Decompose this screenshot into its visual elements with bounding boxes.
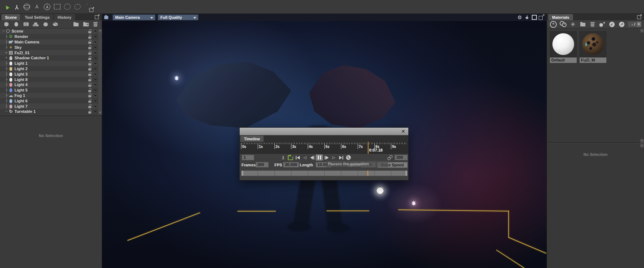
frames-input[interactable]: 300 [256,162,269,167]
transform-tool[interactable] [42,1,52,13]
expand-toggle[interactable]: + [4,55,9,60]
duplicate-material-button[interactable] [558,21,568,28]
lock-icon[interactable] [88,40,92,44]
expand-toggle[interactable]: ├ [4,98,9,103]
close-icon[interactable]: × [400,128,407,135]
lock-icon[interactable] [88,51,92,55]
assign-material-button[interactable] [597,21,607,28]
current-frame-input[interactable]: 1 [242,155,254,160]
expand-toggle[interactable]: ├ [4,66,9,71]
visibility-icon[interactable] [94,78,97,81]
save-material-button[interactable] [617,21,627,28]
load-material-button[interactable] [607,21,617,28]
materials-panel-popout-icon[interactable] [637,14,642,20]
new-folder-button[interactable] [71,21,81,28]
expand-toggle[interactable]: ├ [4,45,9,50]
visibility-icon[interactable] [94,52,97,54]
tree-item-light-3[interactable]: ├ Light 3 [0,71,102,77]
rotate-tool[interactable] [22,1,32,13]
camera-select-dropdown[interactable]: Main Camera [113,14,155,20]
light-gizmo-bulb-1[interactable] [173,75,180,82]
popout-view-button[interactable] [538,14,544,20]
tree-item-light-7[interactable]: ├ Light 7 [0,103,102,109]
lasso-select-tool[interactable] [72,1,83,13]
expand-toggle[interactable]: ├ [4,93,9,98]
quality-select-dropdown[interactable]: Full Quality [158,14,198,20]
tree-item-shadow-catcher-1[interactable]: + Shadow Catcher 1 [0,55,102,61]
tree-item-main-camera[interactable]: ├ Main Camera [0,39,102,45]
add-mesh-button[interactable] [1,21,11,28]
lock-icon[interactable] [88,35,92,39]
character-wing-left[interactable] [176,61,291,131]
lock-icon[interactable] [88,93,92,97]
materials-scroll-down-icon[interactable] [640,139,644,143]
tree-item-light-4[interactable]: ├ Light 4 [0,82,102,88]
lock-icon[interactable] [88,45,92,49]
visibility-icon[interactable] [94,41,97,43]
loop-playback-button[interactable] [287,154,294,161]
preview-size-increase-button[interactable]: + [636,22,641,27]
scene-tree-scrollbar[interactable] [98,29,102,115]
material-library-button[interactable] [568,21,578,28]
visibility-icon[interactable] [94,94,97,97]
tree-item-light-2[interactable]: ├ Light 2 [0,66,102,72]
material-card-default[interactable]: Default [550,31,577,63]
scrub-playhead[interactable] [367,171,368,176]
delete-material-button[interactable] [588,21,597,28]
material-card-fuzi-m[interactable]: FuZi_M [580,31,606,63]
materials-scroll-up-icon[interactable] [640,29,644,33]
timeline-ruler[interactable]: 0s1s2s3s4s5s6s7s8s9s 0:07.18 [240,142,408,154]
expand-toggle[interactable]: + [4,50,9,55]
visibility-icon[interactable] [94,62,97,64]
play-button[interactable] [330,154,337,161]
add-sky-button[interactable] [41,21,50,28]
visibility-icon[interactable] [94,46,97,48]
tree-item-sky[interactable]: ├ Sky [0,44,102,50]
ellipse-select-tool[interactable] [62,1,72,13]
skip-to-start-button[interactable] [294,154,301,161]
lock-icon[interactable] [88,56,92,60]
expand-toggle[interactable]: ├ [4,82,9,87]
expand-toggle[interactable]: ├ [4,39,9,44]
lock-icon[interactable] [88,61,92,65]
scene-panel-popout-icon[interactable] [94,14,100,20]
visibility-icon[interactable] [94,89,97,91]
fps-input[interactable]: 30.000 [283,162,299,167]
expand-toggle[interactable]: ├ [4,61,9,66]
lock-icon[interactable] [88,72,92,76]
maximize-view-button[interactable] [531,14,537,20]
tab-timeline[interactable]: Timeline [240,136,264,142]
new-group-button[interactable] [81,21,91,28]
light-gizmo-sun[interactable] [376,187,384,195]
scale-tool[interactable] [32,1,42,13]
light-gizmo-bulb-2[interactable] [410,200,417,207]
tab-tool-settings[interactable]: Tool Settings [21,14,53,20]
expand-toggle[interactable]: − [1,29,6,34]
lock-icon[interactable] [88,67,92,71]
new-material-folder-button[interactable] [578,21,588,28]
tree-item-light-5[interactable]: ├ Light 5 [0,88,102,93]
tree-item-light-6[interactable]: ├ Light 6 [0,98,102,103]
tree-item-light-8[interactable]: ├ Light 8 [0,77,102,82]
add-shadow-catcher-button[interactable] [31,21,41,28]
visibility-icon[interactable] [94,84,97,86]
step-back-button[interactable] [308,154,316,161]
lock-icon[interactable] [88,77,92,81]
tree-item-render[interactable]: ├ Render [0,34,102,39]
tree-item-light-1[interactable]: ├ Light 1 [0,61,102,66]
scroll-up-icon[interactable] [98,29,102,33]
lock-icon[interactable] [88,29,92,33]
expand-toggle[interactable]: ├ [4,104,9,109]
add-light-button[interactable] [11,21,21,28]
visibility-icon[interactable] [94,30,97,32]
cut-keys-button[interactable] [279,154,287,161]
preview-size-field[interactable]: - / + [628,21,641,27]
select-tool[interactable] [1,1,12,13]
expand-toggle[interactable]: − [4,109,9,114]
lock-icon[interactable] [88,83,92,87]
visibility-icon[interactable] [94,68,97,70]
skip-to-end-button[interactable] [337,154,345,161]
step-forward-button[interactable] [323,154,330,161]
add-material-button[interactable] [50,21,60,28]
new-material-button[interactable] [548,21,558,28]
